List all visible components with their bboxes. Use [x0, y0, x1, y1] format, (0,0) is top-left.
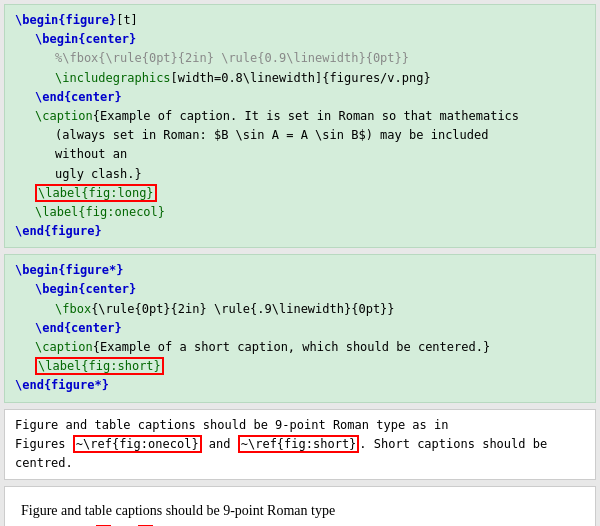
label-short-highlight: \label{fig:short} [35, 357, 164, 375]
code-line: \end{center} [15, 319, 585, 338]
code-line: \end{figure} [15, 222, 585, 241]
code-line: \end{center} [15, 88, 585, 107]
rendered-text-1: Figure and table captions should be 9-po… [21, 503, 335, 518]
label-short-line: \label{fig:short} [15, 357, 585, 376]
code-line: \begin{figure*} [15, 261, 585, 280]
code-line: \caption{Example of caption. It is set i… [15, 107, 585, 126]
text-content-2: Figures [15, 437, 73, 451]
ref-onecol: ~\ref{fig:onecol} [73, 435, 202, 453]
code-line: \begin{center} [15, 30, 585, 49]
text-content-3: . Short captions should be [359, 437, 547, 451]
text-and: and [202, 437, 238, 451]
code-line: \caption{Example of a short caption, whi… [15, 338, 585, 357]
code-block-1: \begin{figure}[t] \begin{center} %\fbox{… [4, 4, 596, 248]
ref-short: ~\ref{fig:short} [238, 435, 360, 453]
label-long-line: \label{fig:long} [15, 184, 585, 203]
text-content-1: Figure and table captions should be 9-po… [15, 418, 448, 432]
code-line: \begin{center} [15, 280, 585, 299]
code-block-2: \begin{figure*} \begin{center} \fbox{\ru… [4, 254, 596, 402]
rendered-block: Figure and table captions should be 9-po… [4, 486, 596, 526]
code-line: (always set in Roman: $B \sin A = A \sin… [15, 126, 585, 145]
code-line: without an [15, 145, 585, 164]
code-line: \end{figure*} [15, 376, 585, 395]
text-block: Figure and table captions should be 9-po… [4, 409, 596, 481]
code-line: \fbox{\rule{0pt}{2in} \rule{.9\linewidth… [15, 300, 585, 319]
code-line: \begin{figure}[t] [15, 11, 585, 30]
code-line: %\fbox{\rule{0pt}{2in} \rule{0.9\linewid… [15, 49, 585, 68]
code-line: \includegraphics[width=0.8\linewidth]{fi… [15, 69, 585, 88]
code-line: ugly clash.} [15, 165, 585, 184]
text-content-4: centred. [15, 456, 73, 470]
code-line: \label{fig:onecol} [15, 203, 585, 222]
label-long-highlight: \label{fig:long} [35, 184, 157, 202]
